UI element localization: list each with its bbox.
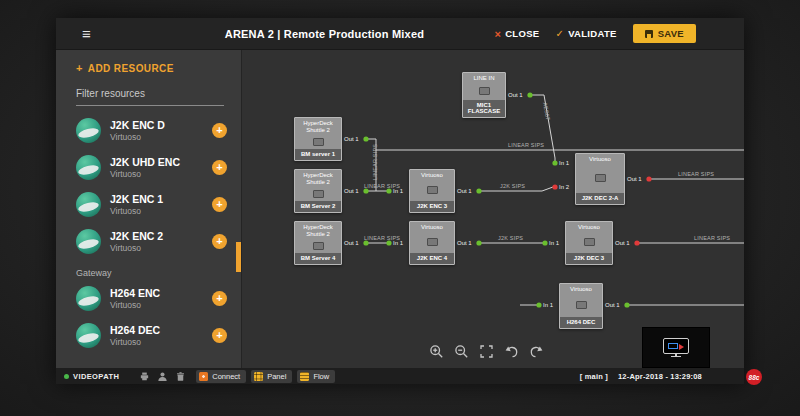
resource-type: Virtuoso — [110, 132, 212, 142]
resource-item[interactable]: J2K UHD ENCVirtuoso+ — [56, 149, 241, 186]
statusbar-button-panel[interactable]: Panel — [251, 370, 292, 383]
add-to-topology-button[interactable]: + — [212, 123, 227, 138]
add-to-topology-button[interactable]: + — [212, 291, 227, 306]
filter-resources-input[interactable]: Filter resources — [76, 88, 224, 106]
menu-icon[interactable]: ≡ — [82, 26, 91, 41]
graph-node-bm-server-4[interactable]: HyperDeck Shuttle 2BM Server 4 — [294, 221, 342, 265]
device-icon — [479, 87, 490, 95]
content: +ADD RESOURCE Filter resources J2K ENC D… — [56, 50, 744, 368]
graph-node-bm-server-1[interactable]: HyperDeck Shuttle 2BM server 1 — [294, 117, 342, 161]
add-to-topology-button[interactable]: + — [212, 197, 227, 212]
port-dot-red[interactable] — [552, 184, 557, 189]
edge-label: J2K SIPS — [498, 236, 523, 242]
node-title: HyperDeck Shuttle 2 — [295, 170, 341, 186]
topology-canvas[interactable]: LINE INMIC1 FLASCASEHyperDeck Shuttle 2B… — [242, 50, 744, 368]
port-dot-red[interactable] — [634, 240, 639, 245]
resource-item[interactable]: J2K ENC 2Virtuoso+ — [56, 223, 241, 260]
preview-monitor-panel[interactable] — [642, 327, 710, 368]
node-name: BM server 1 — [295, 149, 341, 160]
close-label: CLOSE — [505, 28, 539, 39]
graph-node-h264-dec[interactable]: VirtuosoH264 DEC — [559, 283, 603, 329]
graph-node-j2k-enc-3[interactable]: VirtuosoJ2K ENC 3 — [409, 169, 455, 213]
fit-view-button[interactable] — [478, 343, 494, 359]
edge-label: LINEAR SIPS — [678, 172, 714, 178]
device-icon — [313, 138, 324, 146]
monitor-base — [671, 356, 681, 358]
port-label: Out 1 — [344, 136, 359, 142]
port-dot-green[interactable] — [542, 240, 547, 245]
resource-item[interactable]: H264 DECVirtuoso+ — [56, 317, 241, 354]
save-button[interactable]: SAVE — [633, 24, 696, 43]
port-dot-green[interactable] — [476, 188, 481, 193]
resource-item-text: H264 DECVirtuoso — [110, 324, 212, 347]
graph-node-j2k-dec-2a[interactable]: VirtuosoJ2K DEC 2-A — [575, 153, 625, 205]
device-icon — [427, 238, 438, 246]
virtuoso-device-icon — [76, 155, 101, 180]
print-icon[interactable] — [139, 371, 150, 382]
device-icon — [576, 301, 587, 309]
statusbar-button-connect[interactable]: Connect — [196, 370, 246, 383]
statusbar-button-label: Flow — [313, 372, 329, 381]
user-icon[interactable] — [157, 371, 168, 382]
graph-node-line-in-mic1[interactable]: LINE INMIC1 FLASCASE — [462, 72, 506, 118]
redo-button[interactable] — [528, 343, 544, 359]
port-dot-green[interactable] — [552, 160, 557, 165]
device-icon — [595, 174, 606, 182]
port-dot-green[interactable] — [624, 302, 629, 307]
virtuoso-device-icon — [76, 118, 101, 143]
undo-button[interactable] — [503, 343, 519, 359]
resource-type: Virtuoso — [110, 337, 212, 347]
resource-item[interactable]: J2K ENC 1Virtuoso+ — [56, 186, 241, 223]
sidebar-scrollbar-thumb[interactable] — [236, 242, 241, 272]
notification-badge[interactable]: 88c — [746, 369, 762, 385]
canvas-toolbar — [428, 343, 544, 359]
resource-item[interactable]: H264 ENCVirtuoso+ — [56, 280, 241, 317]
save-icon — [645, 30, 653, 38]
node-name: J2K DEC 3 — [566, 253, 612, 264]
topbar-actions: × CLOSE ✓ VALIDATE SAVE — [494, 24, 696, 43]
close-icon: × — [494, 28, 501, 40]
trash-icon[interactable] — [175, 371, 186, 382]
resource-item-text: H264 ENCVirtuoso — [110, 287, 212, 310]
add-resource-button[interactable]: +ADD RESOURCE — [76, 62, 221, 74]
monitor-icon — [663, 338, 689, 358]
resource-name: J2K UHD ENC — [110, 156, 212, 168]
statusbar-right: [ main ] 12-Apr-2018 - 13:29:08 — [580, 372, 702, 381]
port-dot-green[interactable] — [476, 240, 481, 245]
port-dot-green[interactable] — [527, 92, 532, 97]
graph-node-j2k-enc-4[interactable]: VirtuosoJ2K ENC 4 — [409, 221, 455, 265]
monitor-blue-source — [668, 343, 678, 349]
resource-type: Virtuoso — [110, 206, 212, 216]
resource-item-text: J2K UHD ENCVirtuoso — [110, 156, 212, 179]
virtuoso-device-icon — [76, 286, 101, 311]
edge-label: LINEAR SIPS — [364, 236, 400, 242]
flow-icon — [300, 372, 309, 381]
add-to-topology-button[interactable]: + — [212, 328, 227, 343]
statusbar-button-flow[interactable]: Flow — [297, 370, 335, 383]
topbar: ≡ ARENA 2 | Remote Production Mixed × CL… — [56, 18, 744, 50]
close-button[interactable]: × CLOSE — [494, 28, 539, 40]
resource-list: J2K ENC DVirtuoso+J2K UHD ENCVirtuoso+J2… — [56, 112, 241, 354]
zoom-in-button[interactable] — [428, 343, 444, 359]
statusbar-tools — [139, 371, 186, 382]
resource-type: Virtuoso — [110, 300, 212, 310]
port-dot-green[interactable] — [536, 302, 541, 307]
zoom-out-button[interactable] — [453, 343, 469, 359]
port-label: Out 1 — [457, 188, 472, 194]
validate-button[interactable]: ✓ VALIDATE — [555, 28, 616, 39]
graph-node-bm-server-2[interactable]: HyperDeck Shuttle 2BM Server 2 — [294, 169, 342, 213]
connect-icon — [199, 372, 208, 381]
add-to-topology-button[interactable]: + — [212, 160, 227, 175]
resource-item[interactable]: J2K ENC DVirtuoso+ — [56, 112, 241, 149]
node-name: BM Server 2 — [295, 201, 341, 212]
edge-label: LINEAR SIPS — [373, 144, 379, 180]
panel-icon — [254, 372, 263, 381]
graph-node-j2k-dec-3[interactable]: VirtuosoJ2K DEC 3 — [565, 221, 613, 265]
validate-icon: ✓ — [555, 28, 564, 39]
port-dot-red[interactable] — [646, 176, 651, 181]
port-label: Out 1 — [508, 92, 523, 98]
statusbar-button-label: Panel — [267, 372, 286, 381]
port-dot-green[interactable] — [363, 136, 368, 141]
resource-section-label: Gateway — [76, 268, 241, 278]
add-to-topology-button[interactable]: + — [212, 234, 227, 249]
